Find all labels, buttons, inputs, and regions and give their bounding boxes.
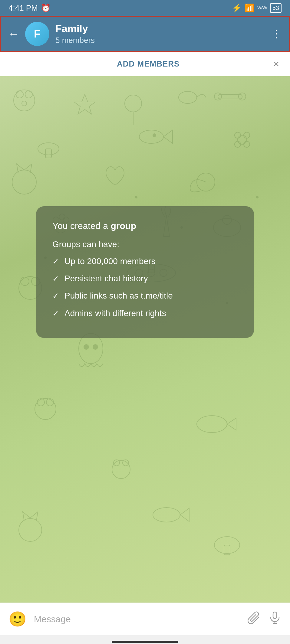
svg-point-38 — [84, 345, 89, 349]
check-icon-2: ✓ — [52, 273, 59, 284]
chat-header: ← F Family 5 members ⋮ — [0, 16, 290, 52]
item-3-text: Public links such as t.me/title — [64, 290, 173, 302]
svg-point-30 — [21, 277, 29, 286]
svg-point-53 — [19, 518, 42, 541]
svg-point-49 — [112, 460, 130, 479]
attachment-button[interactable] — [248, 611, 261, 627]
svg-point-3 — [25, 91, 32, 98]
status-right: ⚡ 📶 VoWiFi 53 — [232, 3, 282, 13]
add-members-label: ADD MEMBERS — [23, 59, 273, 69]
svg-text:VoWiFi: VoWiFi — [257, 5, 267, 10]
item-2-text: Persistent chat history — [64, 273, 148, 284]
chat-background — [0, 76, 290, 603]
svg-point-6 — [125, 95, 142, 112]
card-subtitle: Groups can have: — [52, 240, 238, 249]
svg-point-2 — [16, 91, 23, 98]
system-message-card: You created a group Groups can have: ✓ U… — [36, 206, 254, 338]
svg-point-19 — [235, 141, 241, 147]
svg-point-39 — [93, 345, 98, 349]
list-item: ✓ Persistent chat history — [52, 273, 238, 284]
svg-point-20 — [244, 141, 250, 147]
check-icon-1: ✓ — [52, 256, 59, 267]
emoji-button[interactable]: 🙂 — [8, 611, 27, 628]
list-item: ✓ Admins with different rights — [52, 307, 238, 319]
check-icon-4: ✓ — [52, 308, 59, 319]
signal-icon: 📶 — [245, 3, 254, 13]
svg-point-14 — [139, 130, 163, 143]
group-members: 5 members — [55, 36, 95, 45]
svg-point-40 — [135, 196, 137, 198]
svg-point-46 — [37, 399, 44, 406]
check-icon-3: ✓ — [52, 290, 59, 301]
microphone-button[interactable] — [268, 611, 282, 627]
back-button[interactable]: ← — [8, 28, 19, 40]
svg-rect-13 — [45, 149, 51, 158]
more-options-button[interactable]: ⋮ — [271, 28, 282, 40]
status-left: 4:41 PM ⏰ — [8, 3, 51, 13]
svg-point-1 — [14, 90, 35, 111]
svg-point-37 — [79, 333, 103, 364]
svg-point-51 — [123, 460, 129, 466]
group-avatar: F — [25, 22, 49, 46]
message-input-bar: 🙂 — [0, 603, 290, 635]
svg-point-15 — [153, 134, 156, 137]
svg-marker-5 — [74, 94, 95, 114]
svg-point-18 — [244, 132, 250, 138]
wifi-icon: VoWiFi — [257, 4, 267, 12]
list-item: ✓ Public links such as t.me/title — [52, 290, 238, 302]
svg-point-8 — [179, 91, 197, 103]
svg-point-4 — [22, 101, 27, 106]
svg-point-52 — [153, 508, 180, 522]
group-name: Family — [55, 23, 95, 34]
svg-point-47 — [46, 399, 54, 406]
status-bar: 4:41 PM ⏰ ⚡ 📶 VoWiFi 53 — [0, 0, 290, 16]
svg-point-21 — [12, 170, 36, 194]
close-button[interactable]: × — [273, 58, 279, 70]
group-info: Family 5 members — [55, 23, 95, 45]
svg-point-16 — [238, 135, 247, 144]
bluetooth-icon: ⚡ — [232, 3, 242, 13]
home-indicator — [0, 635, 290, 644]
svg-point-17 — [235, 132, 241, 138]
svg-point-45 — [35, 398, 56, 420]
battery-icon: 53 — [270, 3, 282, 13]
list-item: ✓ Up to 200,000 members — [52, 255, 238, 267]
message-input[interactable] — [34, 608, 240, 630]
status-time: 4:41 PM — [8, 3, 38, 13]
item-4-text: Admins with different rights — [64, 307, 166, 319]
header-left: ← F Family 5 members — [8, 22, 95, 46]
card-title: You created a group — [52, 220, 238, 232]
svg-point-43 — [256, 196, 258, 198]
add-members-bar: ADD MEMBERS × — [0, 52, 290, 76]
svg-rect-56 — [273, 612, 277, 619]
home-bar — [112, 641, 178, 643]
svg-point-48 — [197, 416, 227, 433]
svg-point-50 — [114, 460, 120, 466]
item-1-text: Up to 200,000 members — [64, 255, 155, 267]
chat-area: You created a group Groups can have: ✓ U… — [0, 76, 290, 603]
alarm-icon: ⏰ — [41, 3, 51, 13]
